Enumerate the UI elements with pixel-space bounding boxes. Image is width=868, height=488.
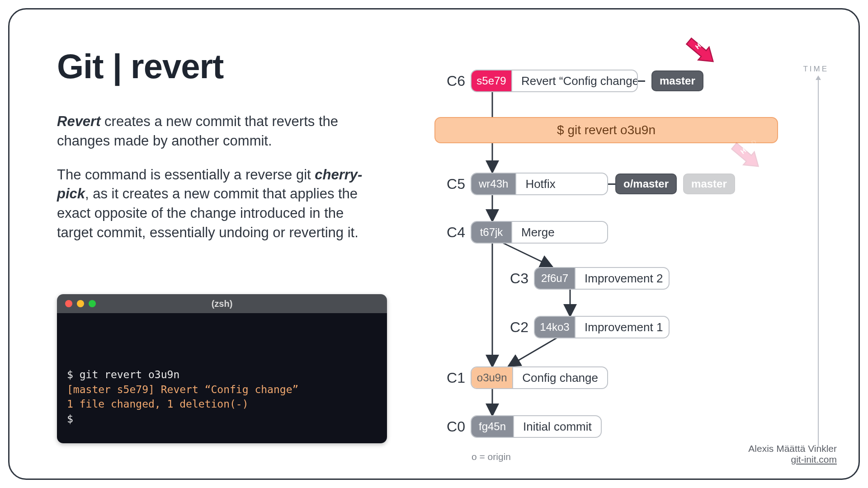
command-text: $ git revert o3u9n xyxy=(557,123,656,137)
tag-master: master xyxy=(651,70,703,91)
author-site: git-init.com xyxy=(748,454,837,465)
tag-master-ghost: master xyxy=(683,174,735,194)
commit-pill-c4: t67jk Merge xyxy=(471,221,608,244)
head-pointer-icon: HEAD xyxy=(681,36,721,66)
terminal-body: $ git revert o3u9n [master s5e79] Revert… xyxy=(57,313,387,443)
commit-row-c0: C0 fg45n Initial commit xyxy=(434,415,828,438)
p2-c: , as it creates a new commit that applie… xyxy=(57,186,359,240)
commit-hash-c0: fg45n xyxy=(472,416,514,437)
commit-msg-c5: Hotfix xyxy=(516,177,564,191)
commit-hash-c6: s5e79 xyxy=(472,70,512,91)
commit-num-c3: C3 xyxy=(502,270,528,287)
commit-msg-c4: Merge xyxy=(512,225,564,239)
title-left: Git xyxy=(57,47,104,85)
slide-title: Git | revert xyxy=(57,47,392,86)
commit-hash-c2: 14ko3 xyxy=(535,317,576,338)
commit-row-c4: C4 t67jk Merge xyxy=(434,221,828,244)
commit-num-c1: C1 xyxy=(434,370,465,386)
terminal-window: (zsh) $ git revert o3u9n [master s5e79] … xyxy=(57,294,387,443)
commit-msg-c1: Config change xyxy=(513,371,607,385)
commit-msg-c2: Improvement 1 xyxy=(576,320,670,334)
credits: Alexis Määttä Vinkler git-init.com xyxy=(748,443,837,465)
commit-pill-c6: s5e79 Revert “Config change” xyxy=(471,70,638,92)
paragraph-2: The command is essentially a reverse git… xyxy=(57,165,364,243)
term-line-1: $ git revert o3u9n xyxy=(67,367,377,382)
commit-pill-c3: 2f6u7 Improvement 2 xyxy=(534,267,670,290)
commit-hash-c1: o3u9n xyxy=(472,367,513,388)
commit-row-c2: C2 14ko3 Improvement 1 xyxy=(502,316,670,338)
commit-msg-c3: Improvement 2 xyxy=(576,272,670,286)
commit-num-c0: C0 xyxy=(434,418,465,435)
p1-lead: Revert xyxy=(57,113,101,129)
title-sep: | xyxy=(113,47,122,85)
commit-pill-c5: wr43h Hotfix xyxy=(471,173,608,195)
commit-num-c5: C5 xyxy=(434,176,465,192)
link-line xyxy=(608,183,615,185)
svg-line-5 xyxy=(509,338,557,366)
commit-num-c4: C4 xyxy=(434,224,465,241)
p2-a: The command is essentially a reverse git xyxy=(57,167,315,183)
left-column: Git | revert Revert creates a new commit… xyxy=(57,47,392,243)
commit-msg-c6: Revert “Config change” xyxy=(512,74,638,88)
commit-num-c2: C2 xyxy=(502,319,528,336)
commit-hash-c4: t67jk xyxy=(472,222,512,243)
commit-graph: TIME C6 xyxy=(434,58,828,456)
link-line xyxy=(638,80,645,82)
command-bar: $ git revert o3u9n xyxy=(434,117,778,143)
paragraph-1: Revert creates a new commit that reverts… xyxy=(57,112,346,151)
term-line-2: [master s5e79] Revert “Config change” xyxy=(67,382,377,397)
term-line-4: $ xyxy=(67,412,377,427)
term-line-3: 1 file changed, 1 deletion(-) xyxy=(67,397,377,412)
origin-legend: o = origin xyxy=(472,451,511,462)
commit-row-c3: C3 2f6u7 Improvement 2 xyxy=(502,267,670,290)
title-right: revert xyxy=(131,47,223,85)
head-pointer-ghost-icon: HEAD xyxy=(726,141,766,171)
commit-num-c6: C6 xyxy=(434,73,465,89)
terminal-titlebar: (zsh) xyxy=(57,294,387,313)
svg-line-3 xyxy=(502,243,551,266)
commit-hash-c3: 2f6u7 xyxy=(535,268,576,289)
terminal-title: (zsh) xyxy=(57,299,387,309)
commit-row-c6: C6 s5e79 Revert “Config change” master xyxy=(434,70,828,92)
commit-hash-c5: wr43h xyxy=(472,174,516,194)
commit-pill-c1: o3u9n Config change xyxy=(471,366,608,389)
commit-pill-c2: 14ko3 Improvement 1 xyxy=(534,316,670,338)
commit-row-c5: C5 wr43h Hotfix o/master master xyxy=(434,173,828,195)
commit-msg-c0: Initial commit xyxy=(514,420,601,434)
tag-o-master: o/master xyxy=(615,174,677,194)
commit-row-c1: C1 o3u9n Config change xyxy=(434,366,828,389)
author-name: Alexis Määttä Vinkler xyxy=(748,443,837,454)
commit-pill-c0: fg45n Initial commit xyxy=(471,415,602,438)
slide-frame: Git | revert Revert creates a new commit… xyxy=(8,8,860,480)
